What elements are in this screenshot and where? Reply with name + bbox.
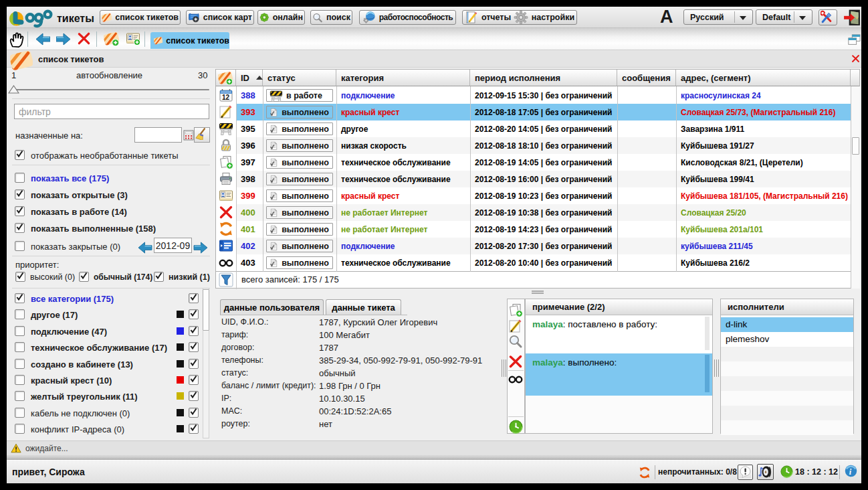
svg-text:i: i — [849, 467, 852, 477]
svg-text:12: 12 — [222, 94, 230, 101]
